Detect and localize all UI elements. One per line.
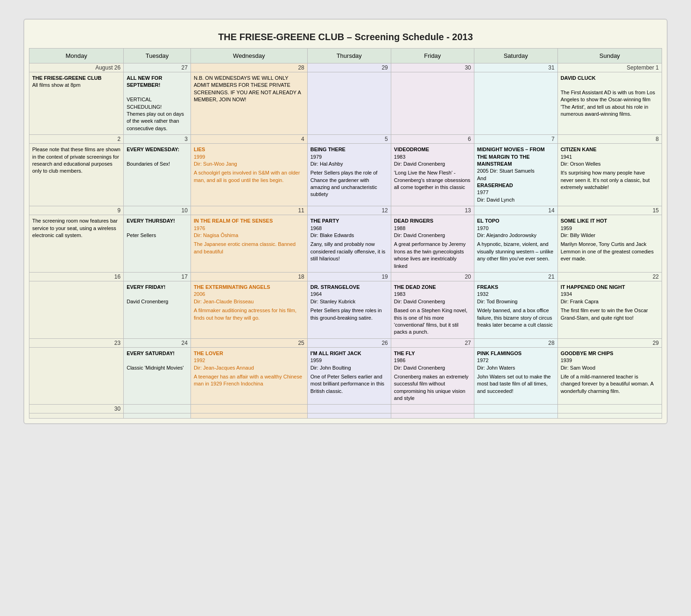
cell-content: ALL NEW FOR SEPTEMBER!VERTICAL SCHEDULIN…: [127, 75, 188, 132]
date-row: August 262728293031September 1: [29, 63, 662, 72]
header-friday: Friday: [391, 49, 474, 63]
date-cell: 3: [124, 135, 191, 144]
date-cell: 9: [29, 206, 124, 215]
cell-content: I'M ALL RIGHT JACK1959Dir: John Boulting…: [310, 350, 388, 395]
content-row: Please note that these films are shown i…: [29, 144, 662, 206]
date-row: 9101112131415: [29, 206, 662, 215]
cell-content: IT HAPPENED ONE NIGHT1934Dir: Frank Capr…: [561, 284, 659, 322]
date-row: 30: [29, 405, 662, 413]
content-cell-friday: [391, 413, 474, 419]
header-thursday: Thursday: [307, 49, 391, 63]
date-cell: [307, 405, 391, 413]
cell-content: THE PARTY1968Dir: Blake EdwardsZany, sil…: [310, 217, 388, 262]
date-cell: 27: [124, 63, 191, 72]
content-cell-sunday: SOME LIKE IT HOT1959Dir: Billy WilderMar…: [557, 215, 662, 273]
content-cell-saturday: FREAKS1932Dir: Tod BrowningWdely banned,…: [474, 281, 557, 338]
content-cell-wednesday: LIES1999Dir: Sun-Woo JangA schoolgirl ge…: [190, 144, 307, 206]
cell-content: CITIZEN KANE1941Dir: Orson WellesIt's su…: [561, 146, 659, 191]
cell-content: PINK FLAMINGOS1972Dir: John WatersJohn W…: [477, 350, 555, 395]
date-row: 23242526272829: [29, 338, 662, 347]
header-wednesday: Wednesday: [190, 49, 307, 63]
content-cell-saturday: MIDNIGHT MOVIES – FROM THE MARGIN TO THE…: [474, 144, 557, 206]
date-cell: August 26: [29, 63, 124, 72]
cell-content: The screening room now features bar serv…: [32, 217, 120, 239]
header-tuesday: Tuesday: [124, 49, 191, 63]
content-cell-tuesday: EVERY THURSDAY!Peter Sellers: [124, 215, 191, 273]
date-cell: 31: [474, 63, 557, 72]
header-monday: Monday: [29, 49, 124, 63]
cell-content: VIDEODROME1983Dir: David Cronenberg'Long…: [394, 146, 471, 191]
date-cell: [391, 405, 474, 413]
content-row: The screening room now features bar serv…: [29, 215, 662, 273]
cell-content: EVERY SATURDAY!Classic 'Midnight Movies': [127, 350, 188, 371]
content-cell-monday: [29, 347, 124, 405]
cell-content: Please note that these films are shown i…: [32, 146, 120, 175]
content-cell-tuesday: EVERY FRIDAY!David Cronenberg: [124, 281, 191, 338]
date-cell: 6: [391, 135, 474, 144]
date-cell: 19: [307, 272, 391, 281]
cell-content: IN THE REALM OF THE SENSES1976Dir: Nagis…: [194, 217, 304, 255]
cell-content: THE DEAD ZONE1983Dir: David CronenbergBa…: [394, 284, 471, 336]
calendar-container: THE FRIESE-GREENE CLUB – Screening Sched…: [23, 19, 668, 424]
content-row: THE FRIESE-GREENE CLUBAll films show at …: [29, 72, 662, 135]
date-cell: 13: [391, 206, 474, 215]
content-cell-thursday: THE PARTY1968Dir: Blake EdwardsZany, sil…: [307, 215, 391, 273]
date-cell: 11: [190, 206, 307, 215]
content-cell-wednesday: THE LOVER1992Dir: Jean-Jacques AnnaudA t…: [190, 347, 307, 405]
date-cell: 29: [557, 338, 662, 347]
schedule-table: Monday Tuesday Wednesday Thursday Friday…: [29, 48, 662, 419]
content-cell-thursday: I'M ALL RIGHT JACK1959Dir: John Boulting…: [307, 347, 391, 405]
content-cell-monday: [29, 413, 124, 419]
cell-content: BEING THERE1979Dir: Hal AshbyPeter Selle…: [310, 146, 388, 198]
date-cell: 26: [307, 338, 391, 347]
cell-content: FREAKS1932Dir: Tod BrowningWdely banned,…: [477, 284, 555, 329]
content-cell-thursday: [307, 413, 391, 419]
date-cell: 7: [474, 135, 557, 144]
date-cell: 20: [391, 272, 474, 281]
header-sunday: Sunday: [557, 49, 662, 63]
date-cell: 30: [391, 63, 474, 72]
date-cell: 25: [190, 338, 307, 347]
content-cell-tuesday: EVERY SATURDAY!Classic 'Midnight Movies': [124, 347, 191, 405]
date-cell: September 1: [557, 63, 662, 72]
content-cell-saturday: [474, 72, 557, 135]
cell-content: EL TOPO1970Dir: Alejandro JodorowskyA hy…: [477, 217, 555, 262]
date-cell: 17: [124, 272, 191, 281]
content-cell-friday: THE DEAD ZONE1983Dir: David CronenbergBa…: [391, 281, 474, 338]
header-row: Monday Tuesday Wednesday Thursday Friday…: [29, 49, 662, 63]
content-cell-saturday: [474, 413, 557, 419]
content-cell-friday: VIDEODROME1983Dir: David Cronenberg'Long…: [391, 144, 474, 206]
content-cell-monday: The screening room now features bar serv…: [29, 215, 124, 273]
content-cell-thursday: [307, 72, 391, 135]
date-cell: 5: [307, 135, 391, 144]
content-cell-sunday: [557, 413, 662, 419]
cell-content: DR. STRANGELOVE1964Dir: Stanley KubrickP…: [310, 284, 388, 322]
date-cell: 23: [29, 338, 124, 347]
date-cell: 22: [557, 272, 662, 281]
date-cell: 24: [124, 338, 191, 347]
date-row: 16171819202122: [29, 272, 662, 281]
cell-content: EVERY THURSDAY!Peter Sellers: [127, 217, 188, 239]
date-cell: 14: [474, 206, 557, 215]
content-cell-sunday: IT HAPPENED ONE NIGHT1934Dir: Frank Capr…: [557, 281, 662, 338]
date-cell: 10: [124, 206, 191, 215]
date-cell: [474, 405, 557, 413]
content-cell-friday: THE FLY1986Dir: David CronenbergCronenbe…: [391, 347, 474, 405]
date-cell: 18: [190, 272, 307, 281]
content-cell-friday: DEAD RINGERS1988Dir: David CronenbergA g…: [391, 215, 474, 273]
date-cell: [190, 405, 307, 413]
cell-content: THE LOVER1992Dir: Jean-Jacques AnnaudA t…: [194, 350, 304, 388]
cell-content: MIDNIGHT MOVIES – FROM THE MARGIN TO THE…: [477, 146, 555, 203]
content-cell-wednesday: THE EXTERMINATING ANGELS2006Dir: Jean-Cl…: [190, 281, 307, 338]
date-cell: 30: [29, 405, 124, 413]
cell-content: DEAD RINGERS1988Dir: David CronenbergA g…: [394, 217, 471, 270]
date-cell: 27: [391, 338, 474, 347]
content-row: [29, 413, 662, 419]
date-cell: 29: [307, 63, 391, 72]
date-cell: 21: [474, 272, 557, 281]
content-cell-tuesday: EVERY WEDNESDAY:Boundaries of Sex!: [124, 144, 191, 206]
cell-content: N.B. ON WEDNESDAYS WE WILL ONLY ADMIT ME…: [194, 75, 304, 104]
cell-content: EVERY WEDNESDAY:Boundaries of Sex!: [127, 146, 188, 168]
cell-content: EVERY FRIDAY!David Cronenberg: [127, 284, 188, 305]
date-cell: 28: [474, 338, 557, 347]
